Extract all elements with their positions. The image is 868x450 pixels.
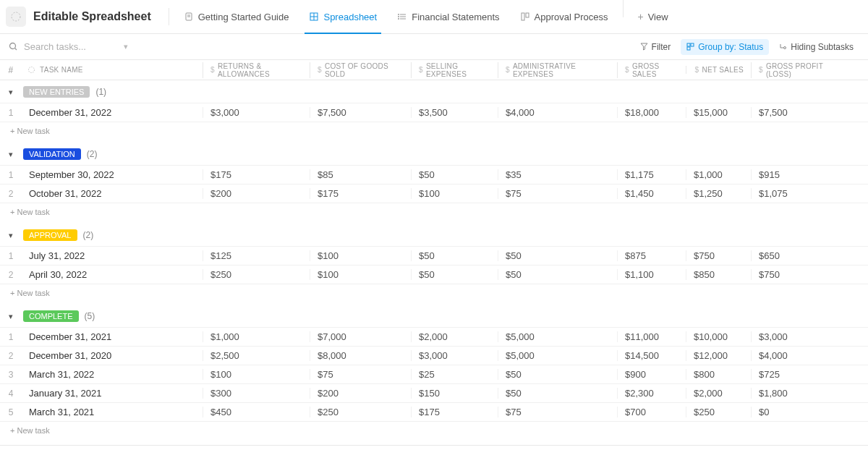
cell-cogs[interactable]: $7,500 — [310, 107, 411, 118]
task-name-cell[interactable]: April 30, 2022 — [22, 269, 203, 280]
cell-selling[interactable]: $100 — [411, 188, 498, 199]
group-badge[interactable]: COMPLETE — [23, 310, 79, 322]
cell-net-sales[interactable]: $1,000 — [686, 169, 751, 180]
cell-selling[interactable]: $50 — [411, 169, 498, 180]
tab-approval[interactable]: Approval Process — [510, 0, 618, 34]
group-caret[interactable]: ▾ — [4, 150, 17, 159]
cell-returns[interactable]: $300 — [203, 388, 310, 399]
cell-returns[interactable]: $250 — [203, 269, 310, 280]
cell-admin[interactable]: $75 — [498, 188, 617, 199]
cell-net-sales[interactable]: $2,000 — [686, 388, 751, 399]
cell-gross-profit[interactable]: $4,000 — [751, 350, 846, 361]
table-row[interactable]: 1December 31, 2022$3,000$7,500$3,500$4,0… — [0, 103, 868, 122]
cell-gross-profit[interactable]: $1,800 — [751, 388, 846, 399]
cell-gross-sales[interactable]: $1,100 — [617, 269, 686, 280]
tab-add-view[interactable]: + View — [628, 0, 678, 34]
group-caret[interactable]: ▾ — [4, 231, 17, 240]
cell-selling[interactable]: $2,000 — [411, 331, 498, 342]
cell-returns[interactable]: $100 — [203, 369, 310, 380]
new-task-button[interactable]: + New task — [0, 122, 868, 143]
cell-gross-profit[interactable]: $3,000 — [751, 331, 846, 342]
cell-returns[interactable]: $1,000 — [203, 331, 310, 342]
cell-gross-profit[interactable]: $750 — [751, 269, 846, 280]
new-task-button[interactable]: + New task — [0, 422, 868, 442]
cell-returns[interactable]: $200 — [203, 188, 310, 199]
cell-selling[interactable]: $25 — [411, 369, 498, 380]
cell-admin[interactable]: $50 — [498, 269, 617, 280]
col-admin[interactable]: $ADMINISTRATIVE EXPENSES — [498, 62, 617, 78]
cell-gross-sales[interactable]: $1,175 — [617, 169, 686, 180]
cell-gross-profit[interactable]: $650 — [751, 250, 846, 261]
table-row[interactable]: 1July 31, 2022$125$100$50$50$875$750$650 — [0, 246, 868, 266]
cell-cogs[interactable]: $250 — [310, 407, 411, 417]
cell-net-sales[interactable]: $12,000 — [686, 350, 751, 361]
cell-cogs[interactable]: $85 — [310, 169, 411, 180]
cell-gross-profit[interactable]: $725 — [751, 369, 846, 380]
cell-admin[interactable]: $5,000 — [498, 331, 617, 342]
cell-cogs[interactable]: $100 — [310, 250, 411, 261]
cell-gross-sales[interactable]: $2,300 — [617, 388, 686, 399]
cell-returns[interactable]: $3,000 — [203, 107, 310, 118]
cell-cogs[interactable]: $175 — [310, 188, 411, 199]
filter-button[interactable]: Filter — [634, 39, 677, 55]
cell-selling[interactable]: $50 — [411, 269, 498, 280]
table-row[interactable]: 2October 31, 2022$200$175$100$75$1,450$1… — [0, 184, 868, 203]
cell-admin[interactable]: $50 — [498, 369, 617, 380]
cell-returns[interactable]: $450 — [203, 407, 310, 417]
group-badge[interactable]: APPROVAL — [23, 229, 77, 241]
cell-cogs[interactable]: $200 — [310, 388, 411, 399]
cell-gross-sales[interactable]: $1,450 — [617, 188, 686, 199]
task-name-cell[interactable]: October 31, 2022 — [22, 188, 203, 199]
cell-net-sales[interactable]: $10,000 — [686, 331, 751, 342]
cell-selling[interactable]: $3,500 — [411, 107, 498, 118]
table-row[interactable]: 2December 31, 2020$2,500$8,000$3,000$5,0… — [0, 346, 868, 365]
cell-gross-sales[interactable]: $700 — [617, 407, 686, 417]
col-num[interactable]: # — [0, 65, 22, 75]
cell-returns[interactable]: $125 — [203, 250, 310, 261]
task-name-cell[interactable]: September 30, 2022 — [22, 169, 203, 180]
cell-gross-profit[interactable]: $915 — [751, 169, 846, 180]
cell-gross-profit[interactable]: $7,500 — [751, 107, 846, 118]
group-caret[interactable]: ▾ — [4, 312, 17, 321]
task-name-cell[interactable]: January 31, 2021 — [22, 388, 203, 399]
col-task[interactable]: TASK NAME — [22, 66, 203, 74]
cell-gross-profit[interactable]: $1,075 — [751, 188, 846, 199]
cell-net-sales[interactable]: $250 — [686, 407, 751, 417]
cell-gross-profit[interactable]: $0 — [751, 407, 846, 417]
table-row[interactable]: 1December 31, 2021$1,000$7,000$2,000$5,0… — [0, 327, 868, 347]
cell-gross-sales[interactable]: $18,000 — [617, 107, 686, 118]
group-caret[interactable]: ▾ — [4, 88, 17, 97]
cell-net-sales[interactable]: $15,000 — [686, 107, 751, 118]
cell-cogs[interactable]: $8,000 — [310, 350, 411, 361]
tab-getting-started[interactable]: Getting Started Guide — [174, 0, 299, 34]
task-name-cell[interactable]: July 31, 2022 — [22, 250, 203, 261]
cell-admin[interactable]: $35 — [498, 169, 617, 180]
table-row[interactable]: 5March 31, 2021$450$250$175$75$700$250$0 — [0, 402, 868, 422]
table-row[interactable]: 3March 31, 2022$100$75$25$50$900$800$725 — [0, 365, 868, 384]
table-row[interactable]: 1September 30, 2022$175$85$50$35$1,175$1… — [0, 165, 868, 184]
new-task-button[interactable]: + New task — [0, 203, 868, 224]
chevron-down-icon[interactable]: ▾ — [124, 42, 128, 51]
cell-admin[interactable]: $4,000 — [498, 107, 617, 118]
task-name-cell[interactable]: December 31, 2020 — [22, 350, 203, 361]
cell-admin[interactable]: $75 — [498, 407, 617, 417]
cell-cogs[interactable]: $100 — [310, 269, 411, 280]
search-input[interactable] — [24, 41, 118, 52]
cell-selling[interactable]: $50 — [411, 250, 498, 261]
cell-selling[interactable]: $150 — [411, 388, 498, 399]
task-name-cell[interactable]: December 31, 2022 — [22, 107, 203, 118]
cell-admin[interactable]: $50 — [498, 250, 617, 261]
col-returns[interactable]: $RETURNS & ALLOWANCES — [203, 62, 310, 78]
tab-financial[interactable]: Financial Statements — [387, 0, 509, 34]
new-task-button[interactable]: + New task — [0, 284, 868, 305]
col-gross-profit[interactable]: $GROSS PROFIT (LOSS) — [751, 62, 846, 78]
cell-selling[interactable]: $175 — [411, 407, 498, 417]
cell-net-sales[interactable]: $800 — [686, 369, 751, 380]
tab-spreadsheet[interactable]: Spreadsheet — [299, 0, 387, 34]
cell-net-sales[interactable]: $1,250 — [686, 188, 751, 199]
task-name-cell[interactable]: March 31, 2021 — [22, 407, 203, 417]
col-selling[interactable]: $SELLING EXPENSES — [411, 62, 498, 78]
table-row[interactable]: 4January 31, 2021$300$200$150$50$2,300$2… — [0, 383, 868, 403]
cell-net-sales[interactable]: $850 — [686, 269, 751, 280]
cell-cogs[interactable]: $75 — [310, 369, 411, 380]
